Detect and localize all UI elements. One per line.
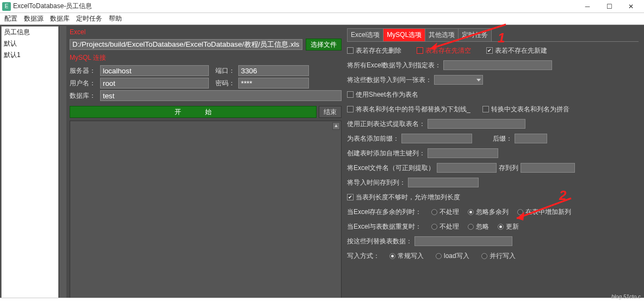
list-item[interactable]: 员工信息: [2, 27, 58, 38]
lbl-dup-data: 当Excel与表数据重复时：: [347, 222, 422, 231]
menubar: 配置 数据源 数据库 定时任务 帮助: [0, 13, 644, 25]
titlebar: E ExcelToDatabase-员工信息 ─ ☐ ✕: [0, 0, 644, 13]
close-button[interactable]: ✕: [620, 0, 642, 13]
window-controls: ─ ☐ ✕: [577, 0, 642, 13]
menu-datasource[interactable]: 数据源: [24, 14, 44, 23]
rb-no-process-2[interactable]: [431, 224, 437, 230]
user-label: 用户名：: [70, 79, 97, 88]
lbl-excel-filename: 将Excel文件名（可正则提取）: [347, 163, 435, 173]
cb-convert-pinyin[interactable]: [482, 106, 489, 112]
lbl-write-mode: 写入方式：: [347, 251, 380, 261]
rb-update[interactable]: [498, 224, 504, 230]
rb-load-write[interactable]: [436, 253, 442, 259]
rb-ignore[interactable]: [468, 224, 474, 230]
input-filename-regex[interactable]: [437, 163, 497, 173]
input-import-time[interactable]: [408, 178, 479, 187]
lbl-suffix: 后缀：: [493, 134, 512, 143]
lbl-load-write: load写入: [444, 251, 469, 261]
dropdown-same-table[interactable]: [434, 75, 483, 85]
lbl-store-to: 存到列: [499, 163, 518, 173]
input-auto-inc[interactable]: [428, 148, 498, 158]
select-file-button[interactable]: 选择文件: [306, 39, 342, 51]
excel-heading: Excel: [70, 27, 342, 37]
lbl-delete-if-exist: 表若存在先删除: [356, 46, 401, 55]
lbl-extra-cols: 当Excel存在多余的列时：: [347, 207, 422, 217]
lbl-import-to-table: 将所有Excel数据导入到指定表：: [347, 61, 441, 70]
cb-allow-extend[interactable]: [347, 194, 354, 200]
cb-create-if-not[interactable]: [486, 47, 493, 54]
lbl-regex-extract: 使用正则表达式提取表名：: [347, 119, 425, 129]
list-item[interactable]: 默认1: [2, 49, 58, 61]
lbl-replace-symbols: 将表名和列名中的符号都替换为下划线_: [356, 105, 470, 114]
sidebar-scrollbar[interactable]: [59, 26, 66, 301]
scroll-up-icon[interactable]: ▲: [332, 122, 340, 130]
menu-config[interactable]: 配置: [4, 14, 17, 23]
tab-other[interactable]: 其他选项: [425, 28, 459, 41]
tab-schedule[interactable]: 定时任务: [458, 28, 492, 41]
output-area: ▲: [70, 121, 342, 300]
lbl-prefix: 为表名添加前缀：: [347, 134, 399, 143]
db-input[interactable]: [100, 90, 342, 101]
minimize-button[interactable]: ─: [577, 0, 598, 13]
cb-clear-if-exist[interactable]: [417, 47, 423, 54]
cb-replace-symbols[interactable]: [347, 106, 354, 112]
port-label: 端口：: [215, 66, 235, 76]
options-tabs: Excel选项 MySQL选项 其他选项 定时任务: [347, 28, 639, 42]
lbl-import-same-table: 将这些数据导入到同一张表：: [347, 76, 432, 85]
tab-excel[interactable]: Excel选项: [347, 28, 383, 41]
lbl-update: 更新: [506, 222, 519, 231]
server-input[interactable]: [100, 65, 209, 76]
lbl-allow-extend: 当表列长度不够时，允许增加列长度: [356, 193, 460, 202]
lbl-no-process-1: 不处理: [439, 207, 459, 217]
lbl-auto-inc: 创建表时添加自增主键列：: [347, 149, 425, 158]
lbl-add-new-col: 在表中增加新列: [525, 207, 571, 217]
start-button[interactable]: 开 始: [70, 106, 317, 118]
rb-parallel-write[interactable]: [481, 253, 487, 259]
left-panel: Excel 选择文件 MySQL 连接 服务器： 端口： 用户名： 密码： 数据…: [70, 27, 342, 300]
main: Excel 选择文件 MySQL 连接 服务器： 端口： 用户名： 密码： 数据…: [67, 25, 644, 302]
tab-mysql[interactable]: MySQL选项: [383, 28, 425, 41]
input-store-to[interactable]: [521, 163, 575, 173]
rb-normal-write[interactable]: [389, 253, 395, 259]
lbl-no-process-2: 不处理: [439, 222, 459, 231]
maximize-button[interactable]: ☐: [598, 0, 620, 13]
port-input[interactable]: [238, 65, 309, 76]
workspace: 员工信息 默认 默认1 Excel 选择文件 MySQL 连接 服务器： 端口：…: [0, 25, 644, 302]
lbl-convert-pinyin: 转换中文表名和列名为拼音: [491, 105, 569, 114]
statusbar: [0, 298, 644, 302]
rb-no-process-1[interactable]: [431, 209, 437, 215]
pwd-label: 密码：: [215, 79, 235, 88]
menu-help[interactable]: 帮助: [109, 14, 122, 23]
input-prefix[interactable]: [401, 134, 472, 143]
app-icon: E: [2, 2, 11, 11]
lbl-use-sheet-name: 使用Sheet名作为表名: [356, 90, 418, 99]
server-label: 服务器：: [70, 66, 97, 76]
excel-path-input[interactable]: [70, 39, 302, 50]
user-input[interactable]: [100, 78, 209, 89]
lbl-import-time: 将导入时间存到列：: [347, 178, 406, 187]
input-regex-extract[interactable]: [428, 119, 525, 129]
mysql-heading: MySQL 连接: [70, 52, 342, 64]
cb-use-sheet-name[interactable]: [347, 91, 354, 98]
end-button[interactable]: 结束: [319, 106, 342, 118]
rb-add-new-col[interactable]: [517, 209, 523, 215]
input-suffix[interactable]: [515, 134, 547, 143]
lbl-replace-by-cols: 按这些列替换表数据：: [347, 237, 412, 246]
watermark: blog.51cto.c: [611, 294, 641, 300]
lbl-ignore-extra: 忽略多余列: [476, 207, 509, 217]
sidebar: 员工信息 默认 默认1: [0, 25, 67, 302]
menu-schedule[interactable]: 定时任务: [76, 14, 102, 23]
lbl-create-if-not: 表若不存在先新建: [495, 46, 547, 55]
menu-database[interactable]: 数据库: [50, 14, 70, 23]
input-import-to-table[interactable]: [443, 60, 552, 70]
cb-delete-if-exist[interactable]: [347, 47, 354, 54]
lbl-parallel-write: 并行写入: [490, 251, 516, 261]
lbl-normal-write: 常规写入: [398, 251, 424, 261]
pwd-input[interactable]: [238, 78, 309, 89]
input-replace-by-cols[interactable]: [414, 236, 512, 246]
rb-ignore-extra[interactable]: [468, 209, 474, 215]
lbl-ignore: 忽略: [476, 222, 489, 231]
profile-list[interactable]: 员工信息 默认 默认1: [1, 26, 59, 301]
list-item[interactable]: 默认: [2, 38, 58, 49]
window-title: ExcelToDatabase-员工信息: [13, 2, 577, 11]
